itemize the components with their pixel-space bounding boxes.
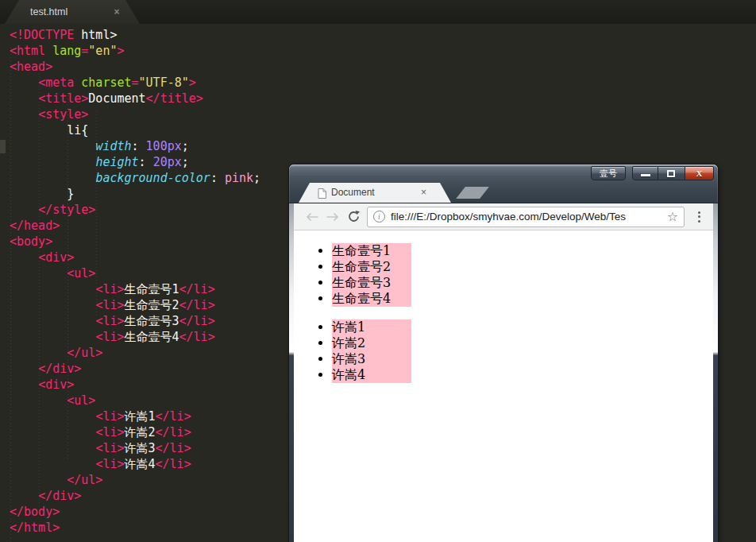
editor-tab-test-html[interactable]: test.html × — [5, 0, 140, 24]
reload-icon — [347, 210, 361, 223]
window-controls: X — [632, 166, 714, 180]
ime-badge-button[interactable]: 壹号 — [591, 166, 626, 180]
rendered-list-2: 许嵩1许嵩2许嵩3许嵩4 — [300, 319, 707, 383]
page-favicon-icon — [318, 188, 326, 202]
forward-arrow-icon — [326, 212, 340, 222]
browser-tab-title: Document — [331, 183, 375, 203]
editor-tab-filename: test.html — [30, 0, 68, 24]
code-line: width: 100px; — [10, 138, 756, 154]
rendered-list-item: 生命壹号2 — [332, 259, 411, 275]
url-text[interactable]: file:///E:/Dropbox/smyhvae.com/Develop/W… — [391, 211, 662, 223]
maximize-icon — [667, 170, 675, 177]
code-line: <meta charset="UTF-8"> — [10, 75, 756, 91]
rendered-page: 生命壹号1生命壹号2生命壹号3生命壹号4 许嵩1许嵩2许嵩3许嵩4 — [300, 243, 707, 383]
rendered-list-item: 生命壹号4 — [332, 291, 411, 307]
forward-button[interactable] — [322, 207, 343, 227]
editor-scroll-marker — [0, 140, 6, 153]
browser-tab-document[interactable]: Document × — [299, 183, 451, 203]
minimize-button[interactable] — [632, 166, 658, 180]
reload-button[interactable] — [343, 207, 364, 227]
rendered-list-item: 许嵩4 — [332, 367, 411, 383]
browser-titlebar[interactable]: 壹号 X Document × — [289, 165, 718, 203]
address-bar[interactable]: i file:///E:/Dropbox/smyhvae.com/Develop… — [367, 207, 685, 227]
close-button[interactable]: X — [685, 166, 714, 180]
browser-tab-close-icon[interactable]: × — [418, 188, 429, 198]
editor-tab-bar: test.html × — [0, 0, 756, 24]
page-info-icon[interactable]: i — [373, 211, 385, 223]
maximize-button[interactable] — [658, 166, 685, 180]
code-line: <html lang="en"> — [10, 43, 756, 59]
code-line: li{ — [10, 122, 756, 138]
rendered-list-1: 生命壹号1生命壹号2生命壹号3生命壹号4 — [300, 243, 707, 307]
back-button[interactable] — [302, 207, 322, 227]
minimize-icon — [641, 174, 650, 176]
code-line: <head> — [10, 59, 756, 75]
editor-tab-close-icon[interactable]: × — [111, 6, 122, 17]
rendered-list-item: 许嵩3 — [332, 351, 411, 367]
code-line: <style> — [10, 106, 756, 122]
rendered-list-item: 许嵩2 — [332, 335, 411, 351]
back-arrow-icon — [305, 212, 319, 222]
rendered-list-item: 生命壹号3 — [332, 275, 411, 291]
browser-viewport: 生命壹号1生命壹号2生命壹号3生命壹号4 许嵩1许嵩2许嵩3许嵩4 — [294, 230, 713, 542]
browser-window: 壹号 X Document × — [289, 165, 718, 542]
bookmark-star-icon[interactable]: ☆ — [667, 209, 678, 224]
browser-toolbar: i file:///E:/Dropbox/smyhvae.com/Develop… — [294, 203, 713, 230]
code-line: <title>Document</title> — [10, 91, 756, 106]
new-tab-button[interactable] — [456, 187, 489, 199]
rendered-list-item: 生命壹号1 — [332, 243, 411, 259]
code-line: <!DOCTYPE html> — [10, 27, 756, 43]
browser-menu-button[interactable] — [692, 211, 705, 223]
rendered-list-item: 许嵩1 — [332, 319, 411, 335]
